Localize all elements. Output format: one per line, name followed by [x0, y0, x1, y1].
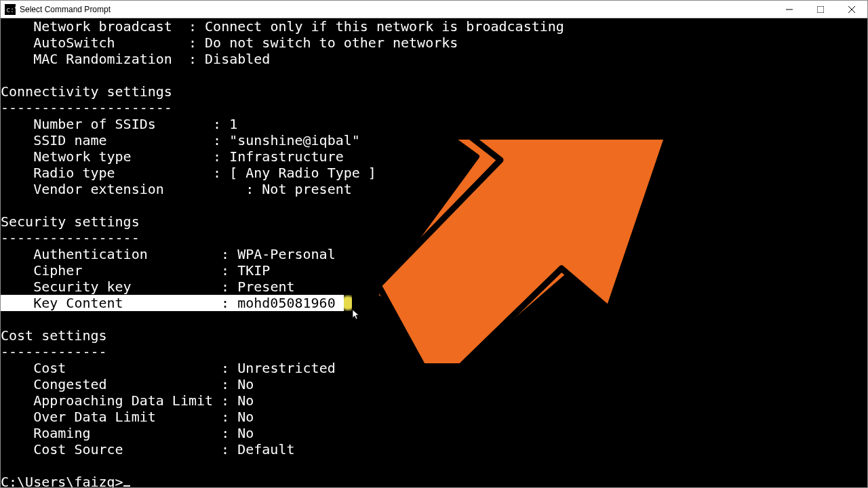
header-security: Security settings — [1, 214, 867, 230]
row-key-content: Key Content : mohd05081960 — [1, 295, 867, 311]
blank-line — [1, 458, 867, 474]
header-connectivity: Connectivity settings — [1, 83, 867, 100]
terminal-output[interactable]: Network broadcast : Connect only if this… — [1, 18, 867, 487]
window-title: Select Command Prompt — [20, 5, 111, 14]
row-cipher: Cipher : TKIP — [1, 262, 867, 279]
window-controls — [774, 1, 867, 18]
row-vendor-extension: Vendor extension : Not present — [1, 181, 867, 197]
blank-line — [1, 67, 867, 83]
svg-text:c:\: c:\ — [6, 6, 16, 14]
divider-cost: ------------- — [1, 344, 867, 360]
row-radio-type: Radio type : [ Any Radio Type ] — [1, 165, 867, 181]
titlebar-left: c:\ Select Command Prompt — [5, 4, 111, 15]
text-cursor-icon — [123, 485, 130, 487]
highlight-marker-icon — [344, 295, 352, 311]
row-authentication: Authentication : WPA-Personal — [1, 246, 867, 262]
row-cost-source: Cost Source : Default — [1, 441, 867, 458]
divider-connectivity: --------------------- — [1, 100, 867, 116]
command-prompt-window: c:\ Select Command Prompt Network broadc… — [0, 0, 868, 488]
titlebar[interactable]: c:\ Select Command Prompt — [1, 1, 867, 18]
row-network-type: Network type : Infrastructure — [1, 148, 867, 165]
row-autoswitch: AutoSwitch : Do not switch to other netw… — [1, 35, 867, 51]
cmd-app-icon: c:\ — [5, 4, 16, 15]
divider-security: ----------------- — [1, 230, 867, 246]
row-over-limit: Over Data Limit : No — [1, 409, 867, 425]
prompt-line[interactable]: C:\Users\faizg> — [1, 474, 867, 487]
svg-rect-3 — [817, 6, 824, 13]
row-network-broadcast: Network broadcast : Connect only if this… — [1, 18, 867, 35]
row-mac-randomization: MAC Randomization : Disabled — [1, 51, 867, 67]
blank-line — [1, 311, 867, 327]
row-roaming: Roaming : No — [1, 425, 867, 441]
row-ssid-name: SSID name : "sunshine@iqbal" — [1, 132, 867, 148]
minimize-button[interactable] — [774, 1, 805, 18]
maximize-button[interactable] — [805, 1, 836, 18]
row-num-ssids: Number of SSIDs : 1 — [1, 116, 867, 132]
row-approaching-limit: Approaching Data Limit : No — [1, 392, 867, 409]
blank-line — [1, 197, 867, 214]
row-security-key: Security key : Present — [1, 279, 867, 295]
row-cost: Cost : Unrestricted — [1, 360, 867, 376]
selected-text: Key Content : mohd05081960 — [1, 295, 344, 311]
header-cost: Cost settings — [1, 327, 867, 344]
prompt-text: C:\Users\faizg> — [1, 474, 123, 487]
row-congested: Congested : No — [1, 376, 867, 392]
close-button[interactable] — [836, 1, 867, 18]
